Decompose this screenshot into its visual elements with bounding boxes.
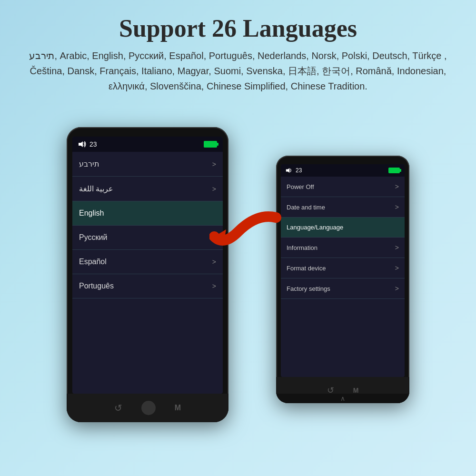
item-label: Português [79, 282, 114, 290]
left-battery-icon [204, 141, 217, 148]
item-label: Date and time [287, 204, 325, 211]
list-item[interactable]: Power Off > [281, 177, 405, 197]
item-label: English [79, 209, 104, 218]
item-arrow: > [395, 244, 399, 251]
list-item-information[interactable]: Information > [281, 238, 405, 258]
item-label: Information [287, 244, 317, 251]
header-section: Support 26 Languages תירבע, Arabic, Engl… [0, 0, 476, 103]
item-arrow: > [212, 185, 216, 193]
item-label: Español [79, 258, 107, 266]
right-volume-value: 23 [296, 167, 302, 174]
left-device-screen: 23 תירבע > عربية اللغة > English [72, 137, 223, 394]
left-volume-value: 23 [89, 140, 97, 148]
svg-marker-0 [79, 141, 83, 147]
left-volume-indicator: 23 [78, 140, 97, 148]
list-item-english[interactable]: English [72, 201, 223, 226]
right-device-screen: 23 Power Off > Date and time > Lang [281, 164, 405, 377]
right-status-bar: 23 [281, 164, 405, 177]
left-device: 23 תירבע > عربية اللغة > English [67, 127, 228, 422]
left-device-bottom: ↺ M [67, 394, 228, 422]
list-item[interactable]: תירבע > [72, 152, 223, 177]
list-item-date-time[interactable]: Date and time > [281, 197, 405, 218]
page-title: Support 26 Languages [29, 14, 447, 42]
item-arrow: > [395, 285, 399, 292]
item-arrow: > [395, 183, 399, 190]
up-arrow-icon[interactable]: ∧ [340, 395, 345, 402]
item-label: Format device [287, 265, 326, 272]
right-volume-indicator: 23 [286, 167, 302, 174]
item-label: Power Off [287, 183, 314, 190]
list-item-format[interactable]: Format device > [281, 258, 405, 278]
list-item[interactable]: Português > [72, 274, 223, 298]
item-arrow: > [212, 258, 216, 266]
devices-container: 23 תירבע > عربية اللغة > English [0, 103, 476, 422]
item-arrow: > [212, 282, 216, 290]
speaker-icon [78, 141, 87, 148]
item-label: תירבע [79, 159, 99, 169]
item-label: Factory settings [287, 285, 330, 292]
right-menu-list: Power Off > Date and time > Language/Lan… [281, 177, 405, 299]
svg-marker-2 [286, 168, 290, 173]
item-label: Language/Language [287, 224, 343, 231]
left-status-bar: 23 [72, 137, 223, 152]
item-label: Русский [79, 233, 107, 242]
item-arrow: > [395, 203, 399, 211]
item-arrow: > [395, 264, 399, 272]
menu-icon[interactable]: M [175, 404, 181, 412]
languages-subtitle: תירבע, Arabic, English, Русский, Español… [29, 48, 447, 94]
back-icon[interactable]: ↺ [114, 402, 122, 414]
speaker-icon [286, 168, 293, 173]
list-item-factory[interactable]: Factory settings > [281, 278, 405, 299]
left-menu-list: תירבע > عربية اللغة > English Русский > [72, 152, 223, 298]
list-item[interactable]: Русский > [72, 226, 223, 250]
right-battery-icon [388, 168, 400, 173]
list-item[interactable]: عربية اللغة > [72, 177, 223, 201]
list-item-language[interactable]: Language/Language [281, 218, 405, 238]
list-item[interactable]: Español > [72, 250, 223, 274]
menu-icon[interactable]: M [353, 387, 359, 394]
center-button[interactable] [141, 401, 156, 415]
item-arrow: > [212, 160, 216, 168]
up-arrow-bar: ∧ [276, 394, 409, 403]
connection-arrow [209, 208, 286, 256]
right-device: 23 Power Off > Date and time > Lang [276, 156, 409, 403]
item-label: عربية اللغة [79, 184, 113, 193]
page-container: Support 26 Languages תירבע, Arabic, Engl… [0, 0, 476, 422]
